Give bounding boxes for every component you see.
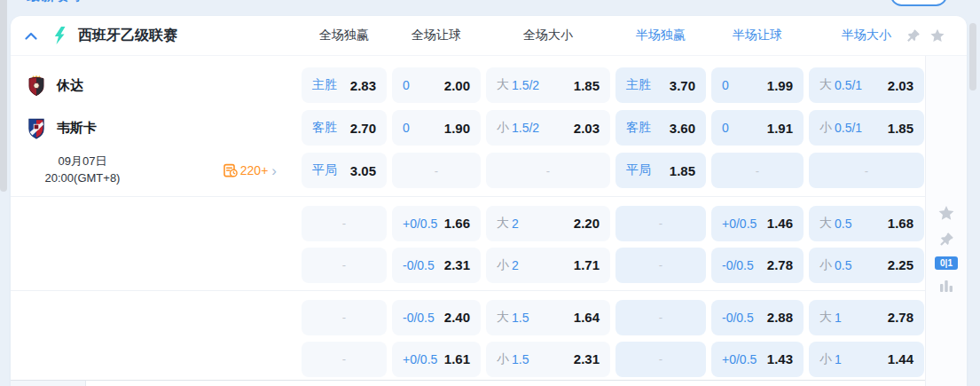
league-title: 西班牙乙级联赛 bbox=[78, 27, 177, 45]
odds-cell[interactable]: 大0.5/12.03 bbox=[809, 67, 924, 103]
odds-cell[interactable]: 大22.20 bbox=[486, 206, 610, 241]
more-markets-link[interactable]: 220+› bbox=[223, 163, 277, 178]
odds-row: --0/0.52.31小21.71--0/0.52.78小0.52.25 bbox=[11, 244, 925, 286]
odds-row: 休达主胜2.8302.00大1.5/21.85主胜3.7001.99大0.5/1… bbox=[11, 64, 925, 106]
clipped-pill-button[interactable] bbox=[890, 0, 947, 6]
odds-cell-empty: - bbox=[615, 300, 706, 335]
odds-cell[interactable]: 大1.51.64 bbox=[486, 300, 610, 335]
odds-cell[interactable]: 小1.52.31 bbox=[486, 342, 610, 377]
home-team-name: 休达 bbox=[57, 77, 83, 94]
odds-row: --0/0.52.40大1.51.64--0/0.52.88大12.78 bbox=[11, 296, 925, 338]
odds-cell[interactable]: 客胜3.60 bbox=[615, 110, 706, 146]
pin-icon[interactable] bbox=[906, 28, 921, 43]
odds-cell-empty: - bbox=[615, 206, 706, 241]
match-star-icon[interactable] bbox=[937, 205, 955, 222]
info-spacer bbox=[11, 202, 296, 244]
match-meta-row: 09月07日20:00(GMT+8)220+› bbox=[11, 149, 296, 192]
odds-cell-empty: - bbox=[711, 153, 804, 188]
odds-cell[interactable]: 小11.44 bbox=[809, 342, 924, 377]
league-odds-card: 西班牙乙级联赛 全场独赢 全场让球 全场大小 半场独赢 半场让球 半场大小 休达… bbox=[11, 16, 967, 386]
right-scrollbar-thumb[interactable] bbox=[969, 23, 976, 91]
caret-down-icon: ▾ bbox=[89, 0, 93, 2]
odds-cell-empty: - bbox=[615, 342, 706, 377]
column-header-ft-overunder[interactable]: 全场大小 bbox=[486, 28, 610, 43]
column-header-ft-1x2[interactable]: 全场独赢 bbox=[302, 28, 387, 43]
column-header-ht-1x2[interactable]: 半场独赢 bbox=[615, 28, 706, 43]
odds-cell[interactable]: 小0.52.25 bbox=[809, 248, 924, 283]
match-tools-rail: 0|1 bbox=[925, 56, 967, 386]
odds-cell[interactable]: 大12.78 bbox=[809, 300, 924, 335]
match-datetime: 09月07日20:00(GMT+8) bbox=[16, 154, 149, 187]
odds-cell[interactable]: -0/0.52.88 bbox=[711, 300, 804, 335]
markets-count: 220+ bbox=[240, 163, 269, 177]
odds-cell[interactable]: -0/0.52.78 bbox=[711, 248, 804, 283]
league-header-left: 西班牙乙级联赛 bbox=[11, 27, 296, 45]
odds-cell[interactable]: -0/0.52.40 bbox=[392, 300, 481, 335]
odds-cell-empty: - bbox=[486, 153, 610, 188]
laliga-logo-icon bbox=[52, 27, 67, 44]
odds-cell[interactable]: 01.91 bbox=[711, 110, 804, 146]
league-header: 西班牙乙级联赛 全场独赢 全场让球 全场大小 半场独赢 半场让球 半场大小 bbox=[11, 16, 967, 56]
stats-bars-icon[interactable] bbox=[939, 280, 953, 292]
chevron-right-icon: › bbox=[271, 163, 277, 178]
next-row-info-cell bbox=[11, 381, 86, 386]
collapse-chevron-up-icon[interactable] bbox=[25, 32, 37, 40]
info-spacer bbox=[11, 338, 296, 380]
odds-grid: 休达主胜2.8302.00大1.5/21.85主胜3.7001.99大0.5/1… bbox=[11, 56, 925, 386]
odds-cell[interactable]: 小21.71 bbox=[486, 248, 610, 283]
next-row-partial bbox=[11, 380, 925, 386]
odds-row: -+0/0.51.61小1.52.31-+0/0.51.43小11.44 bbox=[11, 338, 925, 380]
odds-cell-empty: - bbox=[302, 248, 387, 283]
odds-cell[interactable]: 平局3.05 bbox=[302, 153, 387, 188]
odds-cell[interactable]: 02.00 bbox=[392, 67, 481, 103]
team-crest-away bbox=[27, 117, 46, 139]
odds-cell[interactable]: 大1.5/21.85 bbox=[486, 67, 610, 103]
odds-cell[interactable]: 01.99 bbox=[711, 67, 804, 103]
favorite-star-icon[interactable] bbox=[929, 28, 945, 43]
column-header-ft-handicap[interactable]: 全场让球 bbox=[392, 28, 481, 43]
odds-cell[interactable]: -0/0.52.31 bbox=[392, 248, 481, 283]
match-pin-icon[interactable] bbox=[939, 232, 954, 247]
odds-cell[interactable]: +0/0.51.66 bbox=[392, 206, 481, 241]
markets-list-icon bbox=[223, 163, 238, 177]
odds-cell[interactable]: 01.90 bbox=[392, 110, 481, 146]
alt-markets-section-2: --0/0.52.40大1.51.64--0/0.52.88大12.78-+0/… bbox=[11, 291, 925, 384]
odds-cell-empty: - bbox=[392, 153, 481, 188]
left-scrollbar-thumb[interactable] bbox=[0, 0, 7, 192]
match-main-markets-section: 休达主胜2.8302.00大1.5/21.85主胜3.7001.99大0.5/1… bbox=[11, 56, 925, 196]
odds-row: 韦斯卡客胜2.7001.90小1.5/22.03客胜3.6001.91小0.5/… bbox=[11, 106, 925, 149]
odds-cell-empty: - bbox=[615, 248, 706, 283]
odds-row: -+0/0.51.66大22.20-+0/0.51.46大0.51.68 bbox=[11, 202, 925, 244]
odds-cell[interactable]: +0/0.51.43 bbox=[711, 342, 804, 377]
odds-row: 09月07日20:00(GMT+8)220+›平局3.05--平局1.85-- bbox=[11, 149, 925, 192]
odds-cell[interactable]: 大0.51.68 bbox=[809, 206, 924, 241]
odds-cell[interactable]: 小0.5/11.85 bbox=[809, 110, 924, 146]
info-spacer bbox=[11, 244, 296, 286]
info-spacer bbox=[11, 296, 296, 338]
odds-cell-empty: - bbox=[302, 206, 387, 241]
odds-cell[interactable]: 客胜2.70 bbox=[302, 110, 387, 146]
odds-format-toggle[interactable]: 0|1 bbox=[935, 256, 958, 270]
league-filter-dropdown[interactable]: 最新赛事▾ bbox=[27, 0, 93, 4]
odds-cell[interactable]: +0/0.51.61 bbox=[392, 342, 481, 377]
next-row-body bbox=[86, 381, 925, 386]
away-team-name: 韦斯卡 bbox=[57, 120, 97, 137]
odds-cell-empty: - bbox=[302, 300, 387, 335]
team-crest-home bbox=[27, 75, 46, 97]
odds-cell-empty: - bbox=[302, 342, 387, 377]
odds-cell[interactable]: 主胜3.70 bbox=[615, 67, 706, 103]
odds-cell[interactable]: 小1.5/22.03 bbox=[486, 110, 610, 146]
team-row-home: 休达 bbox=[11, 64, 296, 106]
odds-cell[interactable]: 平局1.85 bbox=[615, 153, 706, 188]
alt-markets-section-1: -+0/0.51.66大22.20-+0/0.51.46大0.51.68--0/… bbox=[11, 197, 925, 290]
team-row-away: 韦斯卡 bbox=[11, 106, 296, 149]
odds-cell[interactable]: +0/0.51.46 bbox=[711, 206, 804, 241]
odds-cell[interactable]: 主胜2.83 bbox=[302, 67, 387, 103]
column-header-ht-handicap[interactable]: 半场让球 bbox=[711, 28, 804, 43]
odds-cell-empty: - bbox=[809, 153, 924, 188]
